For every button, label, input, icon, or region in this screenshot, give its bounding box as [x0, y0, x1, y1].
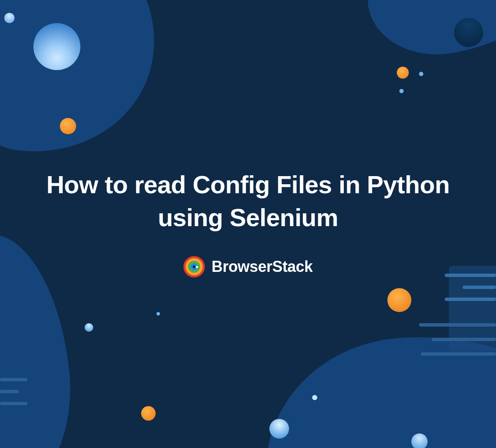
decorative-dot — [269, 419, 289, 439]
decorative-dot — [454, 18, 483, 47]
brand-name: BrowserStack — [212, 258, 313, 276]
decorative-lines — [419, 323, 496, 356]
decorative-dot — [312, 395, 317, 400]
decorative-dot — [411, 433, 428, 448]
decorative-dot — [141, 406, 156, 421]
decorative-dot — [33, 23, 80, 70]
browserstack-logo-icon — [183, 256, 205, 277]
decorative-dot — [4, 13, 15, 23]
decorative-dot — [156, 312, 160, 315]
brand-row: BrowserStack — [183, 256, 313, 277]
decorative-dot — [397, 67, 409, 79]
decorative-dot — [60, 118, 76, 134]
page-title: How to read Config Files in Python using… — [0, 168, 496, 234]
decorative-blob — [0, 0, 168, 167]
decorative-lines — [0, 378, 27, 405]
hero-content: How to read Config Files in Python using… — [0, 168, 496, 279]
decorative-dot — [399, 89, 404, 93]
decorative-dot — [85, 323, 93, 332]
decorative-dot — [419, 72, 423, 76]
decorative-dot — [387, 288, 411, 312]
